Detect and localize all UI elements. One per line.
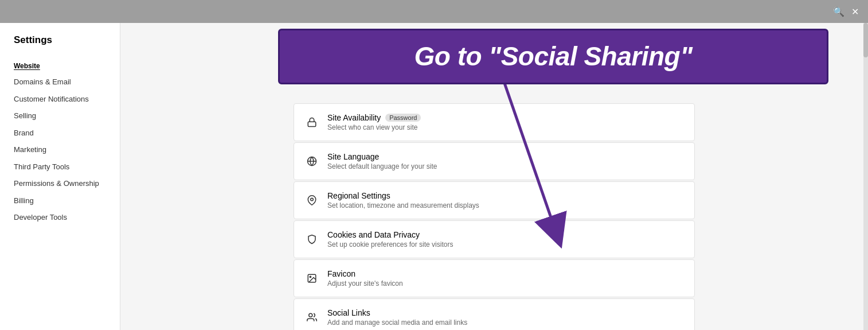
sidebar-item-third-party-tools[interactable]: Third Party Tools: [0, 158, 120, 176]
image-icon: [306, 272, 318, 285]
sidebar-item-selling[interactable]: Selling: [0, 107, 120, 125]
main-content: Go to "Social Sharing": [120, 23, 868, 330]
settings-item-desc-favicon: Adjust your site's favicon: [327, 279, 403, 288]
svg-point-5: [311, 198, 314, 201]
settings-item-cookies[interactable]: Cookies and Data Privacy Set up cookie p…: [294, 220, 695, 258]
settings-item-social-links[interactable]: Social Links Add and manage social media…: [294, 298, 695, 330]
pin-icon: [306, 194, 318, 207]
settings-item-site-availability[interactable]: Site Availability Password Select who ca…: [294, 103, 695, 141]
sidebar-item-permissions-ownership[interactable]: Permissions & Ownership: [0, 175, 120, 192]
settings-item-regional-settings[interactable]: Regional Settings Set location, timezone…: [294, 181, 695, 219]
settings-item-desc-cookies: Set up cookie preferences for site visit…: [327, 240, 453, 249]
lock-icon: [306, 116, 318, 129]
settings-item-title-regional-settings: Regional Settings: [327, 191, 479, 200]
search-icon[interactable]: 🔍: [833, 6, 844, 17]
annotation-banner-text: Go to "Social Sharing": [414, 41, 692, 71]
settings-item-favicon[interactable]: Favicon Adjust your site's favicon: [294, 259, 695, 297]
settings-item-desc-site-availability: Select who can view your site: [327, 123, 421, 131]
settings-item-title-favicon: Favicon: [327, 269, 403, 278]
annotation-banner: Go to "Social Sharing": [278, 29, 828, 84]
scrollbar[interactable]: [863, 23, 868, 330]
sidebar-item-domains-email[interactable]: Domains & Email: [0, 73, 120, 91]
settings-item-content-cookies: Cookies and Data Privacy Set up cookie p…: [327, 230, 453, 249]
sidebar: Settings Website Domains & Email Custome…: [0, 23, 120, 330]
svg-rect-2: [308, 122, 316, 126]
settings-item-content-site-language: Site Language Select default language fo…: [327, 152, 437, 170]
svg-point-7: [310, 276, 311, 277]
settings-item-content-favicon: Favicon Adjust your site's favicon: [327, 269, 403, 288]
sidebar-section-website: Website: [0, 55, 120, 73]
sidebar-item-brand[interactable]: Brand: [0, 125, 120, 142]
settings-item-content-regional-settings: Regional Settings Set location, timezone…: [327, 191, 479, 209]
settings-item-content-site-availability: Site Availability Password Select who ca…: [327, 113, 421, 131]
sidebar-item-customer-notifications[interactable]: Customer Notifications: [0, 91, 120, 108]
settings-item-site-language[interactable]: Site Language Select default language fo…: [294, 142, 695, 180]
shield-icon: [306, 233, 318, 246]
scrollbar-thumb[interactable]: [863, 23, 868, 57]
globe-icon: [306, 155, 318, 168]
settings-item-desc-regional-settings: Set location, timezone and measurement d…: [327, 201, 479, 209]
sidebar-item-marketing[interactable]: Marketing: [0, 141, 120, 158]
settings-item-title-site-availability: Site Availability Password: [327, 113, 421, 122]
settings-item-content-social-links: Social Links Add and manage social media…: [327, 308, 467, 327]
sidebar-item-billing[interactable]: Billing: [0, 192, 120, 209]
settings-item-desc-social-links: Add and manage social media and email li…: [327, 319, 467, 327]
settings-item-desc-site-language: Select default language for your site: [327, 162, 437, 170]
close-icon[interactable]: ✕: [851, 6, 859, 17]
header-bar: 🔍 ✕: [0, 0, 868, 23]
settings-item-title-social-links: Social Links: [327, 308, 467, 317]
sidebar-title: Settings: [0, 34, 120, 55]
settings-item-title-cookies: Cookies and Data Privacy: [327, 230, 453, 239]
settings-list: Site Availability Password Select who ca…: [294, 103, 695, 330]
people-icon: [306, 311, 318, 324]
settings-item-title-site-language: Site Language: [327, 152, 437, 161]
svg-point-8: [309, 313, 312, 317]
sidebar-item-developer-tools[interactable]: Developer Tools: [0, 209, 120, 226]
password-badge: Password: [385, 114, 421, 122]
